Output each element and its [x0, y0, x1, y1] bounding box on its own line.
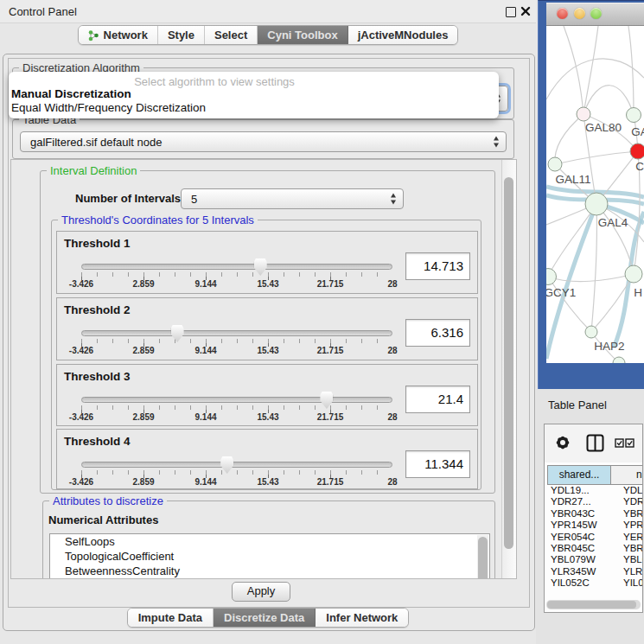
node-circle[interactable] — [585, 326, 598, 339]
table-horizontal-scrollbar[interactable] — [546, 600, 641, 609]
node-circle[interactable] — [546, 268, 557, 285]
attribute-list-item[interactable]: TopologicalCoefficient — [50, 549, 489, 564]
split-panel-icon[interactable] — [586, 434, 604, 452]
table-row[interactable]: YLR345W YLR3 — [547, 566, 642, 577]
table-cell[interactable]: YBL079W — [547, 554, 615, 565]
threshold-3-slider[interactable]: -3.4262.8599.14415.4321.71528 — [81, 392, 392, 424]
slider-tick-labels: -3.4262.8599.14415.4321.71528 — [81, 412, 392, 423]
tick-label: 21.715 — [317, 346, 344, 355]
slider-track[interactable] — [81, 330, 392, 336]
threshold-2-value-field[interactable]: 6.316 — [405, 319, 470, 347]
checkbox-icon[interactable] — [625, 438, 634, 448]
tab-label: Style — [168, 29, 194, 41]
control-panel-tab[interactable]: Select — [205, 26, 258, 44]
control-panel-tab[interactable]: Network — [79, 26, 158, 44]
node-circle[interactable] — [630, 143, 644, 160]
scrollbar-thumb[interactable] — [478, 537, 488, 579]
node-circle[interactable] — [585, 193, 609, 216]
table-row[interactable]: YDL19... YDL1 — [547, 485, 642, 496]
table-cell[interactable]: YBL0 — [615, 554, 642, 565]
scrollbar-thumb[interactable] — [547, 601, 636, 609]
table-cell[interactable]: YBR0 — [615, 543, 642, 554]
algorithm-option[interactable]: Manual Discretization — [11, 87, 496, 101]
network-window-titlebar[interactable] — [546, 3, 644, 26]
table-row[interactable]: YBR043C YBR0 — [547, 508, 642, 520]
threshold-1-value-field[interactable]: 14.713 — [405, 252, 470, 280]
algorithm-option[interactable]: Equal Width/Frequency Discretization — [11, 101, 496, 115]
algorithm-dropdown-popup: Select algorithm to view settings Manual… — [9, 72, 499, 118]
table-cell[interactable]: YBR043C — [547, 508, 615, 520]
table-cell[interactable]: YER054C — [547, 532, 615, 543]
table-cell[interactable]: YER0 — [615, 532, 642, 543]
table-cell[interactable]: YBR0 — [615, 508, 642, 520]
threshold-3-value-field[interactable]: 21.4 — [405, 386, 470, 413]
table-cell[interactable]: YLR3 — [615, 566, 642, 577]
numerical-attributes-label: Numerical Attributes — [48, 513, 158, 526]
table-row[interactable]: YBR045C YBR0 — [547, 543, 642, 554]
control-panel-tab[interactable]: jActiveMNodules — [348, 26, 458, 44]
table-cell[interactable]: YLR345W — [547, 566, 615, 577]
node-circle[interactable] — [613, 357, 626, 364]
table-cell[interactable]: YDR27... — [547, 496, 615, 507]
minimize-traffic-light-icon[interactable] — [574, 8, 585, 19]
cyni-bottom-tab[interactable]: Infer Network — [316, 609, 408, 627]
checkbox-icon[interactable] — [615, 438, 624, 448]
node-circle[interactable] — [626, 107, 641, 123]
close-traffic-light-icon[interactable] — [557, 8, 568, 19]
node-circle[interactable] — [548, 157, 563, 172]
table-row[interactable]: YIL052C YIL0 — [547, 577, 642, 589]
settings-vertical-scrollbar[interactable] — [501, 160, 516, 578]
apply-button[interactable]: Apply — [232, 582, 290, 602]
table-column-header[interactable]: name — [610, 465, 642, 485]
table-column-header[interactable]: shared... — [547, 465, 611, 485]
table-cell[interactable]: YBR045C — [547, 543, 615, 554]
table-cell[interactable]: YPR145W — [547, 520, 615, 531]
float-window-icon[interactable] — [506, 7, 516, 17]
scrollbar-thumb[interactable] — [504, 177, 513, 549]
thresholds-group-title: Threshold's Coordinates for 5 Intervals — [58, 214, 258, 226]
number-of-intervals-value: 5 — [191, 193, 197, 206]
control-panel-tab[interactable]: Cyni Toolbox — [258, 26, 348, 44]
threshold-4-value-field[interactable]: 11.344 — [405, 450, 470, 478]
interval-definition-group: Interval Definition Number of Intervals … — [40, 170, 495, 494]
table-row[interactable]: YER054C YER0 — [547, 532, 642, 543]
table-cell[interactable]: YIL052C — [547, 577, 615, 589]
tick-label: 9.144 — [194, 477, 216, 487]
tick-label: -3.426 — [69, 477, 93, 487]
tick-label: 28 — [387, 477, 397, 487]
threshold-1-slider[interactable]: -3.4262.8599.14415.4321.71528 — [81, 258, 392, 291]
table-data-combobox[interactable]: galFiltered.sif default node — [20, 131, 507, 152]
cyni-bottom-tab[interactable]: Impute Data — [128, 609, 214, 627]
slider-track[interactable] — [81, 462, 392, 468]
slider-track[interactable] — [81, 397, 392, 403]
threshold-4-label: Threshold 4 — [64, 435, 131, 448]
table-row[interactable]: YDR27... YDR2 — [547, 496, 642, 507]
attributes-list-scrollbar[interactable] — [477, 535, 488, 578]
table-row[interactable]: YPR145W YPR1 — [547, 520, 642, 531]
combo-stepper-icon[interactable] — [391, 194, 397, 205]
combo-stepper-icon[interactable] — [494, 137, 500, 148]
threshold-2-slider[interactable]: -3.4262.8599.14415.4321.71528 — [81, 325, 392, 358]
tick-label: 21.715 — [317, 412, 344, 422]
zoom-traffic-light-icon[interactable] — [590, 8, 602, 19]
network-view-canvas[interactable]: GAL80 GA C GAL11 GAL4 — [546, 26, 644, 363]
table-cell[interactable]: YPR1 — [615, 520, 642, 531]
table-cell[interactable]: YDR2 — [615, 496, 642, 507]
table-row[interactable]: YBL079W YBL0 — [547, 554, 642, 565]
node-circle[interactable] — [625, 265, 643, 284]
table-cell[interactable]: YDL1 — [615, 485, 642, 496]
table-cell[interactable]: YIL0 — [615, 577, 642, 589]
slider-track[interactable] — [81, 264, 392, 270]
threshold-4-slider[interactable]: -3.4262.8599.14415.4321.71528 — [81, 456, 392, 489]
cyni-bottom-tab[interactable]: Discretize Data — [214, 609, 316, 627]
close-icon[interactable] — [520, 5, 532, 17]
attribute-list-item[interactable]: BetweennessCentrality — [50, 564, 489, 578]
gear-icon[interactable] — [554, 434, 571, 451]
attributes-group-title: Attributes to discretize — [49, 494, 167, 507]
node-label: GCY1 — [546, 286, 576, 299]
control-panel-tab[interactable]: Style — [158, 26, 205, 44]
attribute-list-item[interactable]: SelfLoops — [50, 534, 489, 549]
node-circle[interactable] — [577, 107, 591, 122]
number-of-intervals-combobox[interactable]: 5 — [181, 188, 404, 209]
table-cell[interactable]: YDL19... — [547, 485, 615, 496]
